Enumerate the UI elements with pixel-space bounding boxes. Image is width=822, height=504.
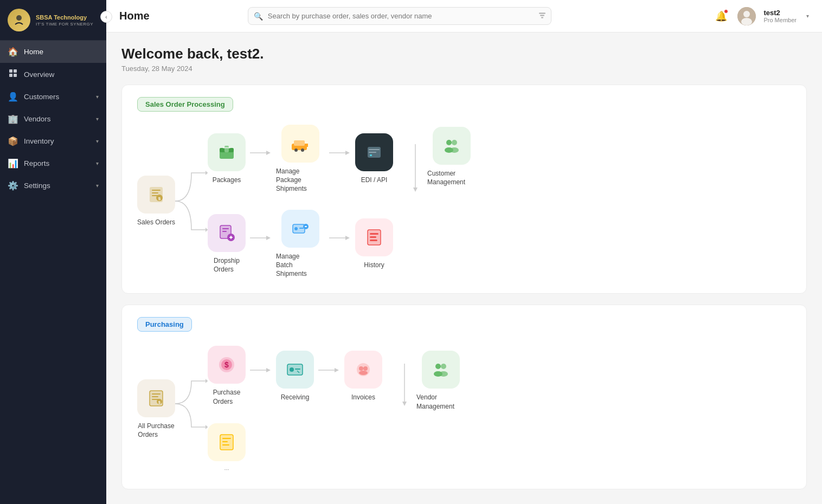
svg-point-86 <box>359 371 368 375</box>
purchase-orders-label: PurchaseOrders <box>213 388 241 405</box>
sidebar-item-customers[interactable]: 👤 Customers ▾ <box>0 86 106 108</box>
reports-icon: 📊 <box>8 158 18 169</box>
edi-api-node[interactable] <box>355 133 393 171</box>
receiving-node[interactable] <box>276 351 314 389</box>
chevron-down-icon: ▾ <box>96 160 99 166</box>
sidebar: SBSA Technology It's Time For Synergy 🏠 … <box>0 0 106 504</box>
svg-point-48 <box>294 227 298 230</box>
avatar[interactable] <box>737 7 756 25</box>
logo-icon <box>8 9 30 31</box>
chevron-down-icon: ▾ <box>96 183 99 189</box>
sidebar-item-inventory[interactable]: 📦 Inventory ▾ <box>0 130 106 152</box>
svg-point-26 <box>294 148 298 152</box>
customer-management-node[interactable] <box>433 127 471 165</box>
notification-button[interactable]: 🔔 <box>712 8 730 25</box>
svg-text:$: $ <box>158 196 161 201</box>
dropship-orders-node[interactable] <box>208 214 246 252</box>
sidebar-item-home[interactable]: 🏠 Home <box>0 41 106 63</box>
svg-rect-34 <box>370 154 372 156</box>
welcome-title: Welcome back, test2. <box>121 46 807 62</box>
svg-rect-4 <box>14 74 17 77</box>
user-chevron-icon: ▾ <box>806 13 809 19</box>
svg-rect-6 <box>540 15 544 16</box>
vendor-management-node[interactable] <box>422 351 460 389</box>
purchasing-bottom-node[interactable] <box>208 423 246 461</box>
svg-marker-88 <box>402 402 407 406</box>
svg-rect-43 <box>230 236 232 239</box>
sales-order-badge: Sales Order Processing <box>137 97 233 112</box>
main-content: Home 🔍 🔔 <box>106 0 822 504</box>
all-purchase-orders-node[interactable]: $ <box>137 379 175 417</box>
svg-point-10 <box>741 18 752 25</box>
svg-rect-1 <box>9 69 12 73</box>
user-info[interactable]: test2 Pro Member <box>763 9 797 23</box>
history-node[interactable] <box>355 218 393 256</box>
purchase-orders-node[interactable]: $ <box>208 346 246 384</box>
svg-rect-7 <box>541 17 543 18</box>
svg-rect-28 <box>294 140 305 146</box>
history-label: History <box>364 261 384 269</box>
invoices-node[interactable] <box>344 351 382 389</box>
svg-marker-76 <box>266 368 271 372</box>
sidebar-item-reports[interactable]: 📊 Reports ▾ <box>0 152 106 175</box>
svg-rect-13 <box>152 192 158 193</box>
svg-marker-24 <box>266 151 271 155</box>
home-icon: 🏠 <box>8 47 18 57</box>
inventory-icon: 📦 <box>8 136 18 146</box>
notification-dot <box>724 9 728 14</box>
svg-rect-21 <box>224 146 229 152</box>
manage-package-shipments-label: ManagePackage Shipments <box>276 167 325 193</box>
sales-orders-label: Sales Orders <box>137 218 175 227</box>
chevron-down-icon: ▾ <box>96 116 99 122</box>
sidebar-item-label: Overview <box>24 70 54 79</box>
svg-rect-91 <box>222 438 231 439</box>
customers-icon: 👤 <box>8 92 18 102</box>
sidebar-item-settings[interactable]: ⚙️ Settings ▾ <box>0 175 106 197</box>
svg-point-59 <box>446 140 452 145</box>
user-name: test2 <box>763 9 797 17</box>
svg-rect-3 <box>9 74 12 77</box>
filter-icon[interactable] <box>538 11 546 21</box>
sales-order-section: Sales Order Processing $ <box>121 85 807 294</box>
svg-marker-30 <box>345 151 350 155</box>
svg-rect-58 <box>370 240 377 241</box>
logo-subtext: It's Time For Synergy <box>36 22 93 27</box>
svg-rect-40 <box>222 231 227 232</box>
packages-node[interactable] <box>208 133 246 171</box>
chevron-down-icon: ▾ <box>96 138 99 144</box>
svg-rect-66 <box>152 396 158 397</box>
svg-rect-39 <box>222 228 229 229</box>
settings-icon: ⚙️ <box>8 180 18 191</box>
svg-rect-56 <box>370 233 378 235</box>
user-role: Pro Member <box>763 17 797 23</box>
svg-rect-22 <box>223 147 230 148</box>
svg-rect-2 <box>14 69 17 73</box>
svg-point-9 <box>743 11 750 17</box>
vendors-icon: 🏢 <box>8 114 18 124</box>
svg-marker-17 <box>206 171 208 175</box>
svg-marker-82 <box>335 368 339 372</box>
sidebar-logo: SBSA Technology It's Time For Synergy <box>0 0 106 41</box>
search-input[interactable] <box>248 7 551 25</box>
manage-batch-shipments-node[interactable] <box>281 210 319 248</box>
welcome-date: Tuesday, 28 May 2024 <box>121 64 807 73</box>
svg-rect-93 <box>222 444 229 445</box>
svg-point-79 <box>290 367 294 372</box>
sidebar-item-vendors[interactable]: 🏢 Vendors ▾ <box>0 108 106 130</box>
svg-rect-12 <box>152 190 160 191</box>
header-right: 🔔 test2 Pro Member ▾ <box>712 7 809 25</box>
vendor-management-label: Vendor Management <box>416 393 465 410</box>
receiving-label: Receiving <box>281 393 310 402</box>
search-bar: 🔍 <box>248 7 551 25</box>
purchasing-section: Purchasing $ <box>121 305 807 489</box>
sidebar-item-label: Home <box>24 48 43 56</box>
sidebar-collapse-button[interactable]: ‹ <box>100 11 112 23</box>
customer-management-label: Customer Management <box>427 169 476 186</box>
svg-rect-5 <box>539 12 545 14</box>
manage-package-shipments-node[interactable] <box>281 125 319 163</box>
sidebar-item-overview[interactable]: Overview <box>0 63 106 86</box>
svg-rect-32 <box>369 149 380 150</box>
svg-marker-71 <box>206 425 208 429</box>
sales-orders-node[interactable]: $ <box>137 176 175 214</box>
overview-icon <box>8 69 18 80</box>
